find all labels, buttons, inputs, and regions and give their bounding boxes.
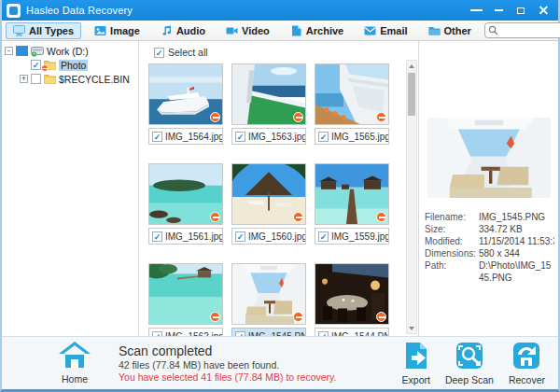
file-name: IMG_1559.jpg [331, 231, 389, 242]
file-checkbox[interactable]: ✓ [152, 331, 162, 337]
minimize-button[interactable] [489, 2, 508, 19]
detail-value: D:\Photo\IMG_1545.PNG [479, 259, 554, 284]
tree-node-recycle-bin[interactable]: + $RECYCLE.BIN [2, 72, 138, 86]
deep-scan-button[interactable]: Deep Scan [445, 342, 494, 385]
deleted-badge-icon [293, 112, 303, 122]
thumbnail-image[interactable] [315, 163, 389, 225]
search-icon [488, 22, 498, 39]
detail-value: 11/15/2014 11:53:39 PM [479, 235, 554, 247]
file-details: Filename: IMG_1545.PNG Size: 334.72 KB M… [419, 211, 558, 284]
detail-label: Path: [425, 259, 479, 284]
thumbnail-image[interactable] [231, 263, 306, 325]
file-checkbox[interactable]: ✓ [235, 331, 245, 337]
file-label[interactable]: ✓ IMG_1545.PNG [231, 328, 306, 336]
action-buttons: Export Deep Scan Recover [402, 342, 558, 385]
file-name: IMG_1544.PNG [331, 331, 389, 337]
tree-node-photo[interactable]: ✓ Photo [2, 58, 138, 72]
tab-label: Email [380, 25, 407, 36]
scrollbar[interactable] [406, 60, 417, 334]
select-all-row: ✓ Select all [154, 45, 418, 60]
button-label: Recover [509, 374, 545, 385]
thumbnail-image[interactable] [148, 163, 223, 225]
file-label[interactable]: ✓ IMG_1560.jpg [231, 228, 306, 245]
tab-audio[interactable]: Audio [153, 22, 213, 39]
file-label[interactable]: ✓ IMG_1565.jpg [315, 128, 389, 145]
file-label[interactable]: ✓ IMG_1561.jpg [148, 228, 223, 245]
thumbnail-image[interactable] [315, 263, 389, 325]
file-name: IMG_1562.jpg [165, 331, 223, 337]
tab-email[interactable]: Email [357, 22, 414, 39]
file-name: IMG_1561.jpg [165, 231, 223, 242]
main-content: - Work (D:) ✓ Photo + $RECYCLE.BIN [2, 41, 558, 336]
file-item[interactable]: ✓ IMG_1560.jpg [231, 163, 306, 245]
tab-image[interactable]: Image [87, 22, 147, 39]
file-name: IMG_1545.PNG [248, 331, 306, 337]
close-button[interactable] [534, 2, 553, 19]
expand-icon[interactable]: + [20, 75, 28, 83]
recycle-checkbox[interactable] [31, 74, 41, 84]
detail-value: 580 x 344 [479, 247, 554, 259]
recover-icon [512, 342, 540, 373]
file-item[interactable]: ✓ IMG_1563.jpg [231, 63, 306, 145]
deleted-badge-icon [210, 112, 220, 122]
file-label[interactable]: ✓ IMG_1559.jpg [315, 228, 389, 245]
file-checkbox[interactable]: ✓ [152, 231, 162, 242]
recover-button[interactable]: Recover [509, 342, 545, 385]
app-icon [7, 4, 21, 18]
folder-deleted-icon [44, 60, 56, 70]
file-checkbox[interactable]: ✓ [235, 231, 245, 242]
detail-label: Filename: [425, 211, 479, 223]
collapse-icon[interactable]: - [5, 47, 13, 55]
deleted-badge-icon [210, 212, 220, 222]
file-checkbox[interactable]: ✓ [318, 331, 329, 337]
photo-checkbox[interactable]: ✓ [31, 60, 41, 70]
scrollbar-thumb[interactable] [408, 73, 415, 116]
file-checkbox[interactable]: ✓ [152, 132, 162, 142]
folder-tree: - Work (D:) ✓ Photo + $RECYCLE.BIN [2, 41, 139, 336]
file-checkbox[interactable]: ✓ [318, 231, 329, 242]
file-label[interactable]: ✓ IMG_1563.jpg [231, 128, 306, 145]
tab-label: Other [444, 25, 471, 36]
file-checkbox[interactable]: ✓ [235, 132, 245, 142]
search-input[interactable] [498, 25, 560, 35]
detail-value: IMG_1545.PNG [479, 211, 554, 223]
tab-label: Archive [306, 25, 343, 36]
file-label[interactable]: ✓ IMG_1544.PNG [315, 328, 389, 336]
file-checkbox[interactable]: ✓ [318, 132, 329, 142]
file-label[interactable]: ✓ IMG_1564.jpg [148, 128, 223, 145]
scroll-down-icon[interactable] [407, 323, 416, 333]
thumbnail-image[interactable] [148, 263, 223, 325]
thumbnail-image[interactable] [315, 63, 389, 125]
monitor-icon [13, 25, 25, 36]
file-item[interactable]: ✓ IMG_1565.jpg [315, 63, 389, 145]
export-button[interactable]: Export [402, 342, 430, 385]
scroll-up-icon[interactable] [407, 61, 416, 71]
home-button[interactable]: Home [53, 342, 96, 385]
home-icon [59, 342, 91, 372]
tree-node-work-drive[interactable]: - Work (D:) [2, 44, 138, 58]
file-label[interactable]: ✓ IMG_1562.jpg [148, 328, 223, 336]
search-box [484, 22, 560, 38]
file-item[interactable]: ✓ IMG_1564.jpg [148, 63, 223, 145]
thumbnail-image[interactable] [148, 63, 223, 125]
envelope-icon [364, 25, 376, 36]
file-item[interactable]: ✓ IMG_1559.jpg [315, 163, 389, 245]
filter-tab-bar: All Types Image Audio Video Archive Emai… [2, 21, 558, 41]
maximize-button[interactable] [511, 2, 530, 19]
deleted-badge-icon [210, 312, 220, 322]
thumbnail-image[interactable] [231, 63, 306, 125]
file-item[interactable]: ✓ IMG_1544.PNG [315, 263, 389, 336]
file-item[interactable]: ✓ IMG_1561.jpg [148, 163, 223, 245]
menu-icon[interactable] [467, 2, 485, 19]
file-item[interactable]: ✓ IMG_1562.jpg [148, 263, 223, 336]
tab-other[interactable]: Other [421, 22, 479, 39]
archive-file-icon [290, 25, 302, 36]
drive-checkbox[interactable] [16, 46, 28, 56]
tab-label: All Types [29, 25, 74, 36]
tab-all-types[interactable]: All Types [6, 22, 81, 39]
thumbnail-image[interactable] [231, 163, 306, 225]
select-all-checkbox[interactable]: ✓ [154, 48, 164, 58]
file-item-selected[interactable]: ✓ IMG_1545.PNG [231, 263, 306, 336]
tab-archive[interactable]: Archive [283, 22, 351, 39]
tab-video[interactable]: Video [218, 22, 277, 39]
